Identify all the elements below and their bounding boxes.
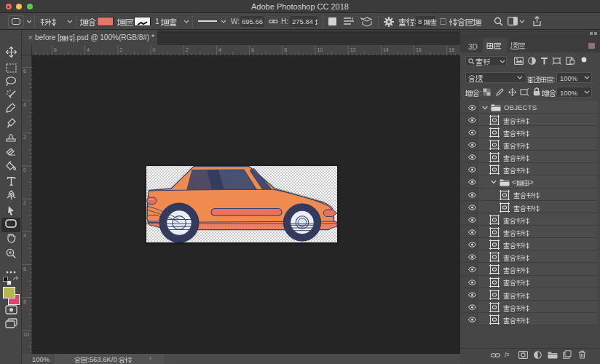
- svg-text:2: 2: [186, 47, 189, 52]
- svg-text:14: 14: [383, 47, 389, 52]
- svg-text:8: 8: [284, 47, 287, 52]
- svg-text:4: 4: [23, 233, 26, 238]
- svg-text:6: 6: [23, 68, 26, 74]
- svg-text:2: 2: [119, 47, 122, 52]
- svg-text:6: 6: [54, 47, 57, 52]
- svg-text:4: 4: [87, 47, 90, 52]
- svg-text:10: 10: [317, 47, 323, 52]
- svg-text:4: 4: [23, 102, 26, 107]
- svg-text:16: 16: [416, 47, 422, 52]
- svg-text:6: 6: [251, 47, 254, 52]
- svg-text:0: 0: [23, 167, 26, 173]
- svg-text:10: 10: [23, 332, 29, 337]
- svg-text:2: 2: [23, 135, 26, 140]
- svg-text:0: 0: [153, 47, 156, 52]
- svg-text:18: 18: [449, 47, 454, 52]
- svg-text:6: 6: [23, 266, 26, 272]
- svg-text:4: 4: [218, 47, 221, 52]
- svg-text:2: 2: [23, 200, 26, 205]
- svg-text:8: 8: [23, 299, 26, 304]
- svg-text:12: 12: [350, 47, 356, 52]
